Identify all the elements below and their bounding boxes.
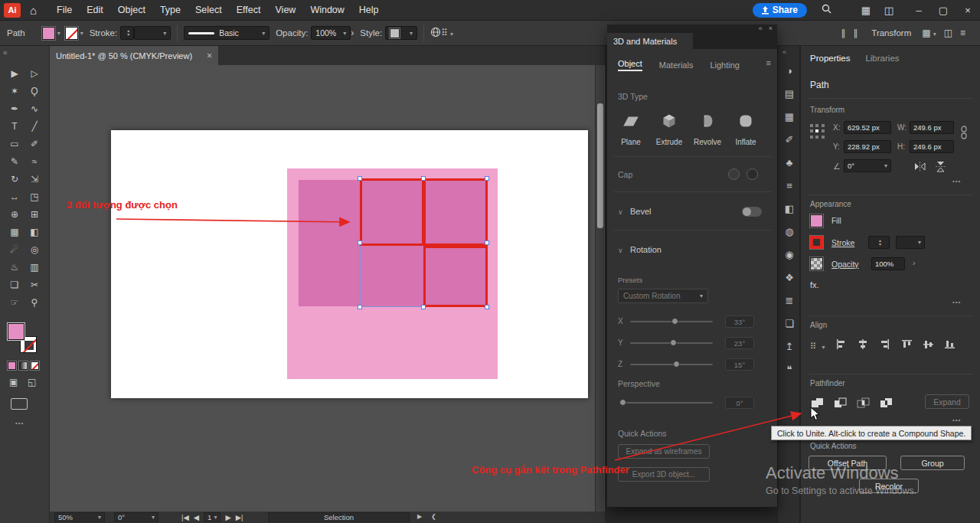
scrollbar-thumb[interactable] [597,103,603,228]
h-field[interactable]: 249.6 px [910,140,954,153]
menu-type[interactable]: Type [160,5,181,15]
symbols-panel-icon[interactable]: ♣ [778,151,801,174]
selection-handle[interactable] [358,305,362,309]
selection-handle[interactable] [421,305,426,309]
slider-knob[interactable] [671,318,678,325]
3d-materials-tab[interactable]: 3D and Materials [607,33,693,49]
pathfinder-expand-button[interactable]: Expand [925,394,969,409]
menu-effect[interactable]: Effect [237,5,261,15]
brush-definition-select[interactable]: Basic ▾ [184,26,270,40]
home-icon[interactable]: ⌂ [30,4,37,17]
snap-options-icon[interactable]: ▦▾ [922,28,936,38]
more-options-button[interactable]: ••• [952,417,961,423]
magic-wand-tool[interactable]: ✶ [5,82,24,100]
tab-libraries[interactable]: Libraries [865,54,899,63]
control-menu-icon[interactable]: ≡ [960,28,965,38]
stroke-link[interactable]: Stroke [831,238,854,247]
mesh-tool[interactable]: ▦ [5,223,24,240]
screen-mode-icon[interactable]: ◱ [28,377,36,387]
tab-materials[interactable]: Materials [659,60,694,70]
menu-window[interactable]: Window [310,5,344,15]
stroke-weight-stepper[interactable]: ▴▾ [868,236,890,249]
status-collapse-icon[interactable]: ❮ [431,513,436,520]
share-button[interactable]: Share [753,3,807,18]
edit-toolbar-button[interactable]: ••• [15,420,24,427]
fill-swatch[interactable] [810,214,823,227]
collapse-panel-icon[interactable]: « [759,25,763,32]
scale-tool[interactable]: ⇲ [24,170,44,188]
group-button[interactable]: Group [900,456,965,470]
export-3d-object-button[interactable]: Export 3D object... [618,467,710,482]
rotation-z-slider[interactable] [630,364,713,365]
more-options-button[interactable]: ••• [952,299,961,306]
opacity-field[interactable]: 100% ▾ [311,26,351,40]
w-field[interactable]: 249.6 px [910,121,954,134]
illustrator-logo[interactable]: Ai [4,3,21,18]
bevel-caret-icon[interactable]: ∨ [618,208,623,216]
width-tool[interactable]: ↔ [5,188,24,205]
menu-view[interactable]: View [276,5,296,15]
align-to-select[interactable]: ⠿ ▾ [810,338,825,352]
rotate-tool[interactable]: ↻ [5,170,24,188]
align-right-edges-icon[interactable]: ∥ [853,28,858,38]
transparency-panel-icon[interactable]: ◍ [778,220,801,243]
rotation-z-value[interactable]: 15° [725,358,754,371]
blend-tool[interactable]: ◎ [24,240,44,258]
rectangle-tool[interactable]: ▭ [5,135,24,152]
selection-tool[interactable]: ▶ [5,64,24,82]
align-left-edges-icon[interactable]: ∥ [841,28,845,38]
symbol-sprayer-tool[interactable]: ♨ [5,258,24,276]
perspective-value[interactable]: 0° [725,397,754,409]
align-vertical-top-icon[interactable] [902,338,914,349]
swatches-panel-icon[interactable]: ▦ [778,105,801,128]
fill-color-swatch[interactable] [42,27,55,40]
menu-object[interactable]: Object [118,5,145,15]
pathfinder-minus-front-button[interactable] [831,395,850,410]
slider-knob[interactable] [619,399,626,406]
column-graph-tool[interactable]: ▥ [24,258,44,276]
hand-tool[interactable]: ☞ [5,293,24,311]
fill-color-proxy[interactable] [8,323,24,340]
selection-handle[interactable] [485,240,489,245]
arrange-documents-icon[interactable]: ◫ [877,5,900,16]
gradient-tool[interactable]: ◧ [24,223,44,240]
last-artboard-button[interactable]: ▶| [236,513,243,521]
opacity-swatch[interactable] [810,257,823,270]
slider-knob[interactable] [670,339,677,346]
rotate-select[interactable]: 0° ▾ [844,159,891,172]
menu-file[interactable]: File [57,5,72,15]
rotation-x-value[interactable]: 33° [725,315,754,328]
stroke-swatch[interactable] [810,236,823,249]
draw-mode-icon[interactable]: ▣ [9,377,18,387]
next-artboard-button[interactable]: ▶ [225,513,230,521]
selection-handle[interactable] [485,305,489,309]
document-setup-globe-icon[interactable] [430,27,441,40]
selected-square-top-left[interactable] [360,178,424,246]
shape-builder-tool[interactable]: ⊕ [5,205,24,223]
pathfinder-intersect-button[interactable] [854,395,873,410]
constrain-proportions-icon[interactable] [959,126,969,142]
opacity-link[interactable]: Opacity [831,260,859,269]
3d-type-inflate[interactable]: Inflate [728,110,763,146]
stroke-weight-select[interactable]: ▾ [134,26,171,40]
restore-button[interactable]: ▢ [931,5,956,16]
direct-selection-tool[interactable]: ▷ [24,64,44,82]
step-down-icon[interactable]: ▾ [879,243,881,247]
expand-wireframes-button[interactable]: Expand as wireframes [618,444,710,459]
3d-type-plane[interactable]: Plane [613,110,648,146]
pencil-tool[interactable]: ✎ [5,152,24,170]
collapse-tools-icon[interactable]: « [0,46,49,57]
canvas[interactable] [50,65,605,512]
status-expand-icon[interactable]: ▶ [417,513,422,520]
menu-select[interactable]: Select [195,5,222,15]
stroke-panel-icon[interactable]: ≡ [778,174,801,197]
comments-panel-icon[interactable]: ❝ [778,358,801,381]
chevron-down-icon[interactable]: ▾ [57,30,60,37]
panel-menu-icon[interactable]: ≡ [766,58,771,67]
zoom-tool[interactable]: ⚲ [24,293,44,311]
rotation-x-slider[interactable] [630,321,713,322]
3d-type-revolve[interactable]: Revolve [690,110,725,146]
more-options-button[interactable]: ••• [952,178,961,185]
vertical-scrollbar[interactable] [595,65,604,512]
x-field[interactable]: 629.52 px [844,121,891,134]
